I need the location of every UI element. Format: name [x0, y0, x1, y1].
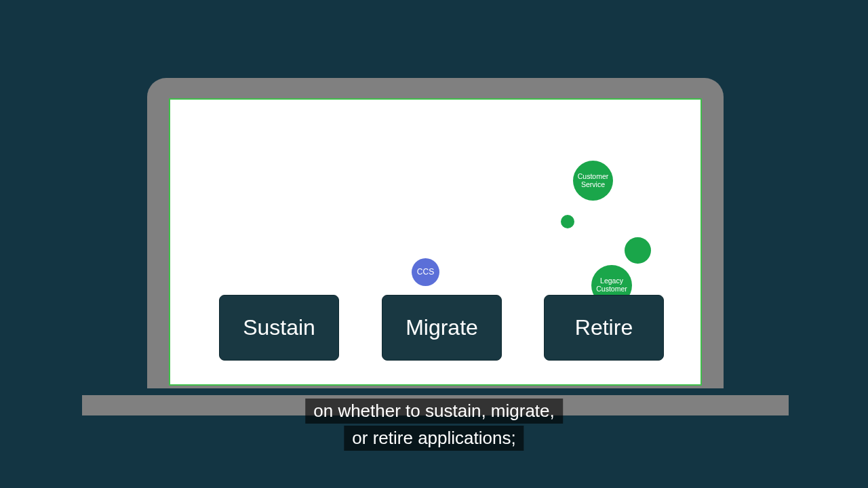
caption-line-1: on whether to sustain, migrate, [305, 399, 563, 424]
card-label: Retire [575, 315, 633, 340]
category-card-retire: Retire [544, 295, 664, 361]
card-label: Sustain [243, 315, 315, 340]
app-bubble-small [561, 215, 574, 228]
app-bubble-ccs: CCS [412, 258, 439, 286]
caption-text: on whether to sustain, migrate, [305, 399, 563, 424]
caption-line-2: or retire applications; [344, 426, 524, 451]
category-card-sustain: Sustain [219, 295, 339, 361]
caption-text: or retire applications; [344, 426, 524, 451]
card-label: Migrate [406, 315, 478, 340]
app-bubble-medium [625, 237, 651, 264]
bubble-label: Customer Service [578, 173, 609, 188]
bubble-label: CCS [417, 268, 434, 277]
laptop-screen: CCS Customer Service Legacy Customer Sus… [169, 98, 702, 386]
app-bubble-customer-service: Customer Service [573, 161, 613, 201]
bubble-label: Legacy Customer [596, 277, 627, 293]
category-card-migrate: Migrate [382, 295, 502, 361]
laptop-illustration: CCS Customer Service Legacy Customer Sus… [147, 78, 724, 403]
laptop-body: CCS Customer Service Legacy Customer Sus… [147, 78, 724, 388]
